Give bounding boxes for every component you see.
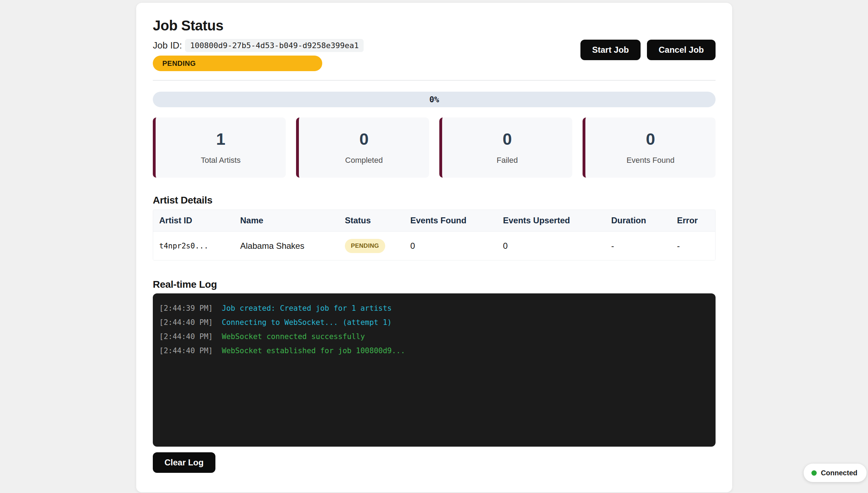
connection-status-badge: Connected: [804, 464, 867, 482]
connection-status-label: Connected: [821, 469, 857, 477]
page-title: Job Status: [153, 18, 716, 34]
log-timestamp: [2:44:39 PM]: [159, 304, 213, 313]
log-timestamp: [2:44:40 PM]: [159, 346, 213, 355]
stat-value: 0: [503, 131, 512, 147]
column-header-duration: Duration: [611, 216, 677, 225]
cell-events-found: 0: [410, 241, 503, 251]
cell-name: Alabama Shakes: [240, 241, 345, 251]
column-header-status: Status: [345, 216, 410, 225]
page: { "header": { "title": "Job Status", "jo…: [0, 0, 868, 493]
log-message: WebSocket connected successfully: [222, 332, 365, 341]
column-header-events-found: Events Found: [410, 216, 503, 225]
job-header: Job Status Job ID: 100800d9-27b5-4d53-b0…: [153, 18, 716, 71]
job-actions: Start Job Cancel Job: [580, 40, 716, 60]
column-header-error: Error: [677, 216, 715, 225]
stat-label: Total Artists: [201, 156, 241, 165]
stat-card-total-artists: 1 Total Artists: [153, 117, 286, 178]
column-header-name: Name: [240, 216, 345, 225]
cancel-job-button[interactable]: Cancel Job: [647, 40, 716, 60]
job-id-value: 100800d9-27b5-4d53-b049-d9258e399ea1: [185, 39, 364, 52]
log-timestamp: [2:44:40 PM]: [159, 318, 213, 327]
stats-row: 1 Total Artists 0 Completed 0 Failed 0 E…: [153, 117, 716, 178]
stat-card-failed: 0 Failed: [439, 117, 572, 178]
log-entry: [2:44:39 PM] Job created: Created job fo…: [159, 301, 709, 315]
table-row: t4npr2s0... Alabama Shakes PENDING 0 0 -…: [153, 231, 715, 260]
table-header-row: Artist ID Name Status Events Found Event…: [153, 210, 715, 231]
stat-value: 0: [646, 131, 655, 147]
column-header-artist-id: Artist ID: [159, 216, 240, 225]
log-message: WebSocket established for job 100800d9..…: [222, 346, 405, 355]
log-timestamp: [2:44:40 PM]: [159, 332, 213, 341]
stat-value: 1: [216, 131, 225, 147]
cell-artist-id: t4npr2s0...: [159, 242, 240, 250]
log-terminal[interactable]: [2:44:39 PM] Job created: Created job fo…: [153, 293, 716, 447]
artist-details-title: Artist Details: [153, 195, 716, 206]
connected-dot-icon: [811, 470, 817, 476]
progress-percent-label: 0%: [153, 92, 716, 107]
log-entry: [2:44:40 PM] WebSocket connected success…: [159, 329, 709, 344]
stat-label: Completed: [345, 156, 383, 165]
cell-events-upserted: 0: [503, 241, 611, 251]
stat-value: 0: [359, 131, 369, 147]
cell-status: PENDING: [345, 239, 410, 253]
log-entry: [2:44:40 PM] Connecting to WebSocket... …: [159, 315, 709, 329]
realtime-log-title: Real-time Log: [153, 279, 716, 290]
stat-label: Events Found: [626, 156, 675, 165]
clear-log-button[interactable]: Clear Log: [153, 452, 215, 473]
job-status-card: Job Status Job ID: 100800d9-27b5-4d53-b0…: [136, 3, 732, 492]
stat-card-events-found: 0 Events Found: [583, 117, 716, 178]
job-id-label: Job ID:: [153, 40, 182, 51]
log-message: Connecting to WebSocket... (attempt 1): [222, 318, 392, 327]
stat-label: Failed: [497, 156, 518, 165]
log-entry: [2:44:40 PM] WebSocket established for j…: [159, 344, 709, 358]
cell-error: -: [677, 241, 715, 251]
header-divider: [153, 80, 716, 81]
artist-details-table: Artist ID Name Status Events Found Event…: [153, 210, 716, 260]
column-header-events-upserted: Events Upserted: [503, 216, 611, 225]
stat-card-completed: 0 Completed: [296, 117, 429, 178]
progress-bar: 0%: [153, 92, 716, 107]
cell-duration: -: [611, 241, 677, 251]
start-job-button[interactable]: Start Job: [580, 40, 641, 60]
row-status-badge: PENDING: [345, 239, 385, 253]
log-message: Job created: Created job for 1 artists: [222, 304, 392, 313]
job-status-badge: PENDING: [153, 56, 322, 71]
